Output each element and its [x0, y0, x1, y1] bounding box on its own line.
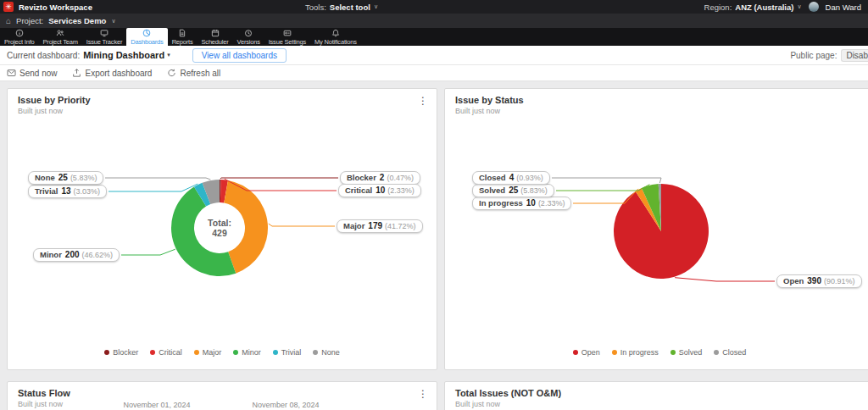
legend-dot: [714, 350, 719, 355]
tab-issue-tracker[interactable]: Issue Tracker: [82, 28, 126, 46]
card-header: Total Issues (NOT O&M) Built just now: [455, 388, 561, 408]
toolbar-label: Export dashboard: [85, 69, 152, 78]
leader-line: [269, 224, 335, 226]
chevron-down-icon: ∨: [374, 3, 378, 10]
chevron-down-icon: ▾: [167, 52, 170, 58]
dashboard-grid: Issue by Priority Built just now ⋮ Block…: [0, 81, 868, 410]
tab-dashboards[interactable]: Dashboards: [126, 28, 167, 46]
tab-project-team[interactable]: Project Team: [39, 28, 82, 46]
tab-my-notifications[interactable]: My Notifications: [310, 28, 361, 46]
tools-label: Tools:: [305, 3, 326, 12]
current-dashboard-label: Current dashboard:: [0, 51, 80, 60]
tools-value: Select tool: [330, 3, 370, 12]
card-header: Status Flow Built just now: [18, 388, 70, 408]
team-icon: [56, 29, 64, 37]
tab-label: Project Info: [4, 38, 35, 46]
legend-label: Critical: [159, 348, 182, 357]
info-icon: [15, 29, 24, 37]
legend-dot: [313, 350, 318, 355]
legend-dot: [104, 350, 109, 355]
public-page-toggle[interactable]: Disab: [841, 49, 868, 62]
card-subtitle: Built just now: [18, 400, 70, 408]
legend-label: Solved: [679, 348, 703, 357]
top-bar: ✳ Revizto Workspace Tools: Select tool ∨…: [0, 0, 868, 14]
legend-label: In progress: [620, 348, 659, 357]
legend-label: Open: [581, 348, 600, 357]
tools-selector[interactable]: Tools: Select tool ∨: [305, 3, 378, 12]
legend-item-critical[interactable]: Critical: [150, 348, 182, 357]
legend-label: Trivial: [281, 348, 302, 357]
refresh-all-button[interactable]: Refresh all: [167, 69, 220, 78]
legend-label: Minor: [242, 348, 261, 357]
tab-label: Dashboards: [131, 38, 163, 46]
legend-item-solved[interactable]: Solved: [670, 348, 703, 357]
legend-dot: [670, 350, 676, 355]
scheduler-icon: [211, 29, 220, 37]
toolbar-label: Refresh all: [180, 69, 220, 78]
user-avatar[interactable]: [809, 2, 819, 12]
card-total-issues: Total Issues (NOT O&M) Built just now: [444, 381, 868, 410]
reports-icon: [178, 29, 186, 37]
export-dashboard-button[interactable]: Export dashboard: [72, 69, 152, 78]
tab-label: Reports: [172, 38, 193, 46]
project-selector[interactable]: Services Demo: [48, 16, 106, 25]
tab-versions[interactable]: Versions: [233, 28, 264, 46]
status-chart-legend: OpenIn progressSolvedClosed: [445, 348, 868, 357]
tab-issue-settings[interactable]: Issue Settings: [264, 28, 310, 46]
current-dashboard-selector[interactable]: Mining Dashboard: [83, 50, 164, 60]
priority-donut-chart: [8, 89, 438, 371]
x-axis-date-label: November 08, 2024: [252, 401, 319, 409]
tab-reports[interactable]: Reports: [168, 28, 198, 46]
status-pie-chart: [445, 89, 868, 371]
tab-label: My Notifications: [314, 38, 357, 46]
card-status-flow: Status Flow Built just now ⋮ November 01…: [7, 381, 437, 410]
region-label: Region:: [704, 3, 732, 12]
send-now-button[interactable]: Send now: [7, 69, 57, 78]
tab-scheduler[interactable]: Scheduler: [198, 28, 233, 46]
tab-label: Project Team: [43, 38, 78, 46]
priority-chart-legend: BlockerCriticalMajorMinorTrivialNone: [8, 348, 437, 357]
legend-item-closed[interactable]: Closed: [714, 348, 746, 357]
export-icon: [72, 69, 81, 78]
legend-item-trivial[interactable]: Trivial: [273, 348, 302, 357]
legend-item-major[interactable]: Major: [194, 348, 222, 357]
leader-line: [105, 178, 210, 180]
card-issue-by-priority: Issue by Priority Built just now ⋮ Block…: [7, 88, 437, 370]
status-flow-axis-labels: November 01, 2024November 08, 2024: [8, 382, 437, 410]
chevron-down-icon: ∨: [797, 3, 801, 10]
legend-dot: [150, 350, 155, 355]
refresh-icon: [167, 69, 176, 78]
legend-dot: [273, 350, 278, 355]
tab-label: Issue Tracker: [86, 38, 122, 46]
leader-line: [552, 178, 661, 183]
user-name[interactable]: Dan Ward: [826, 3, 861, 12]
legend-item-none[interactable]: None: [313, 348, 340, 357]
card-issue-by-status: Issue by Status Built just now Open390(9…: [444, 88, 868, 370]
send-icon: [7, 69, 16, 78]
home-icon[interactable]: ⌂: [6, 16, 11, 25]
card-title: Total Issues (NOT O&M): [455, 388, 561, 398]
brand-title: Revizto Workspace: [19, 3, 92, 12]
leader-line: [121, 249, 175, 255]
legend-label: Major: [203, 348, 222, 357]
leader-line: [556, 185, 649, 191]
toolbar-label: Send now: [19, 69, 57, 78]
legend-item-minor[interactable]: Minor: [233, 348, 261, 357]
dashboards-icon: [142, 29, 151, 37]
tracker-icon: [100, 29, 108, 37]
card-title: Status Flow: [18, 388, 70, 398]
region-selector[interactable]: Region: ANZ (Australia) ∨: [704, 3, 802, 12]
tab-label: Scheduler: [202, 38, 229, 46]
brand: ✳ Revizto Workspace: [0, 2, 305, 12]
revizto-logo-icon: ✳: [3, 2, 14, 12]
kebab-menu-icon[interactable]: ⋮: [415, 389, 431, 399]
project-bar: ⌂ Project: Services Demo ∨: [0, 14, 868, 28]
legend-label: Blocker: [113, 348, 138, 357]
legend-item-open[interactable]: Open: [573, 348, 600, 357]
dashboard-bar: Current dashboard: Mining Dashboard ▾ Vi…: [0, 46, 868, 65]
legend-item-in-progress[interactable]: In progress: [612, 348, 659, 357]
view-all-dashboards-button[interactable]: View all dashboards: [192, 48, 287, 63]
tab-project-info[interactable]: Project Info: [0, 28, 39, 46]
legend-label: Closed: [722, 348, 746, 357]
legend-item-blocker[interactable]: Blocker: [104, 348, 138, 357]
